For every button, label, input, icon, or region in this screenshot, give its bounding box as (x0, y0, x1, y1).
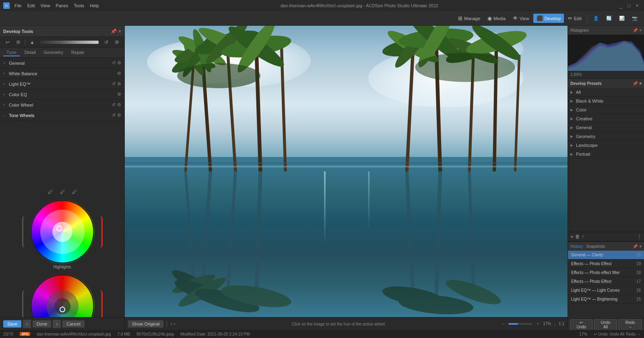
panel-pin-icon[interactable]: 📌 (111, 29, 117, 34)
tab-repair[interactable]: Repair (68, 49, 87, 56)
eyedropper-3[interactable]: 🖊 (70, 188, 79, 196)
undo-all-button[interactable]: Undo All (594, 319, 617, 330)
tab-detail[interactable]: Detail (21, 49, 39, 56)
redo-button[interactable]: Redo → (619, 319, 642, 330)
preset-all[interactable]: ▶ All (568, 88, 644, 97)
nav-prev-image[interactable]: ‹ (170, 321, 172, 327)
presets-header-controls[interactable]: 📌 × (633, 81, 642, 86)
close-icon[interactable]: × (639, 28, 642, 33)
close-button[interactable]: × (634, 2, 641, 9)
midtones-wheel-svg[interactable] (30, 274, 95, 317)
nav-next-button[interactable]: › (53, 320, 61, 328)
maximize-button[interactable]: □ (625, 2, 633, 9)
pin-icon[interactable]: 📌 (633, 28, 638, 33)
tab-history[interactable]: History (570, 244, 583, 249)
panel-close-icon[interactable]: × (118, 29, 121, 34)
adjust-white-balance[interactable]: + White Balance ⚙ (0, 68, 124, 79)
menu-view[interactable]: View (38, 2, 53, 9)
menu-panes[interactable]: Panes (53, 2, 70, 9)
close-icon[interactable]: × (639, 244, 642, 249)
preset-portrait[interactable]: ▶ Portrait (568, 150, 644, 159)
preset-geometry[interactable]: ▶ Geometry (568, 132, 644, 141)
settings-icon[interactable]: ⚙ (117, 60, 121, 66)
adjust-color-wheel[interactable]: + Color Wheel ↺ ⚙ (0, 100, 124, 110)
develop-button[interactable]: ⬛ Develop (533, 14, 564, 23)
menu-tools[interactable]: Tools (72, 2, 87, 9)
done-button[interactable]: Done (33, 320, 51, 328)
undo-status-btn[interactable]: ↩ Undo (594, 332, 608, 336)
reset-icon[interactable]: ↺ (112, 113, 116, 118)
image-container[interactable] (125, 26, 568, 317)
pin-icon[interactable]: 📌 (633, 244, 638, 249)
tab-geometry[interactable]: Geometry (41, 49, 66, 56)
media-button[interactable]: ◉ Media (484, 14, 509, 23)
zoom-slider[interactable] (508, 323, 533, 325)
view-button[interactable]: 👁 View (510, 14, 533, 23)
history-item-4[interactable]: Effects — Photo Effect 17 (568, 277, 644, 286)
preset-landscape[interactable]: ▶ Landscape (568, 141, 644, 150)
reset-icon[interactable]: ↺ (112, 60, 116, 66)
redo-status-btn[interactable]: Redo → (626, 332, 641, 336)
nav-next-image[interactable]: › (173, 321, 175, 327)
reset-icon[interactable]: ↺ (112, 81, 116, 87)
preset-general[interactable]: ▶ General (568, 123, 644, 132)
histogram-controls[interactable]: 📌 × (633, 28, 642, 33)
history-item-3[interactable]: Effects — Photo effect filter 18 (568, 268, 644, 277)
preset-color[interactable]: ▶ Color (568, 105, 644, 114)
cancel-button[interactable]: Cancel (62, 320, 84, 328)
bottom-toolbar: Save ‹ Done › Cancel (0, 317, 124, 330)
undo-tool-icon[interactable]: ↩ (3, 38, 12, 47)
preset-creative[interactable]: ▶ Creative (568, 114, 644, 123)
manage-button[interactable]: ⊞ Manage (455, 14, 483, 23)
menu-bar[interactable]: File Edit View Panes Tools Help (12, 2, 101, 9)
history-item-2[interactable]: Effects — Photo Effect 19 (568, 260, 644, 268)
user-icon-btn[interactable]: 👤 (590, 14, 602, 23)
history-controls[interactable]: 📌 × (633, 244, 642, 249)
save-button[interactable]: Save (3, 320, 21, 328)
adjust-light-eq[interactable]: + Light EQ™ ↺ ⚙ (0, 79, 124, 89)
pin-icon[interactable]: 📌 (633, 81, 638, 86)
settings-tool-icon[interactable]: ⚙ (14, 38, 23, 47)
adjust-tone-wheels[interactable]: – Tone Wheels ↺ ⚙ (0, 110, 124, 121)
zoom-plus[interactable]: + (537, 322, 539, 326)
export-preset-icon[interactable]: ↑ (582, 234, 584, 239)
show-original-button[interactable]: Show Original (128, 320, 163, 328)
preset-black-white[interactable]: ▶ Black & White (568, 97, 644, 105)
refresh-icon[interactable]: ↺ (102, 38, 111, 47)
adjust-color-eq[interactable]: + Color EQ ⚙ (0, 89, 124, 100)
tab-tune[interactable]: Tune (3, 49, 20, 56)
minimize-button[interactable]: _ (617, 2, 625, 9)
reset-icon[interactable]: ↺ (112, 102, 116, 107)
menu-help[interactable]: Help (87, 2, 101, 9)
eyedropper-2[interactable]: 🖊 (58, 188, 67, 196)
edit-button[interactable]: ✏ Edit (565, 14, 585, 23)
stats-icon-btn[interactable]: 📊 (616, 14, 628, 23)
settings-icon[interactable]: ⚙ (117, 81, 121, 87)
sort-icon[interactable]: ⋮ (637, 234, 642, 239)
nav-prev-button[interactable]: ‹ (23, 320, 31, 328)
undo-button[interactable]: ↩ Undo (570, 319, 592, 330)
delete-preset-icon[interactable]: 🗑 (575, 234, 580, 239)
window-controls[interactable]: _ □ × (617, 2, 641, 9)
history-item-1[interactable]: General — Clarity 20 (568, 251, 644, 260)
menu-edit[interactable]: Edit (25, 2, 37, 9)
tab-snapshots[interactable]: Snapshots (586, 244, 605, 249)
close-icon[interactable]: × (639, 81, 642, 86)
menu-file[interactable]: File (12, 2, 24, 9)
undo-all-status-btn[interactable]: Undo All (609, 332, 624, 336)
history-item-5[interactable]: Light EQ™ — Light Curves 16 (568, 286, 644, 295)
camera-icon-btn[interactable]: 📷 (629, 14, 641, 23)
settings2-icon[interactable]: ⚙ (112, 38, 121, 47)
sync-icon-btn[interactable]: 🔄 (603, 14, 615, 23)
settings-icon[interactable]: ⚙ (117, 71, 121, 76)
eyedropper-1[interactable]: 🖊 (46, 188, 55, 196)
settings-icon[interactable]: ⚙ (117, 92, 121, 97)
add-preset-icon[interactable]: + (570, 233, 574, 240)
highlights-wheel-svg[interactable] (30, 200, 95, 264)
settings-icon[interactable]: ⚙ (117, 113, 121, 118)
panel-controls[interactable]: 📌 × (111, 29, 121, 34)
triangle-icon[interactable]: ▲ (28, 38, 37, 47)
adjust-general[interactable]: + General ↺ ⚙ (0, 58, 124, 68)
settings-icon[interactable]: ⚙ (117, 102, 121, 107)
history-item-6[interactable]: Light EQ™ — Brightening 15 (568, 295, 644, 304)
